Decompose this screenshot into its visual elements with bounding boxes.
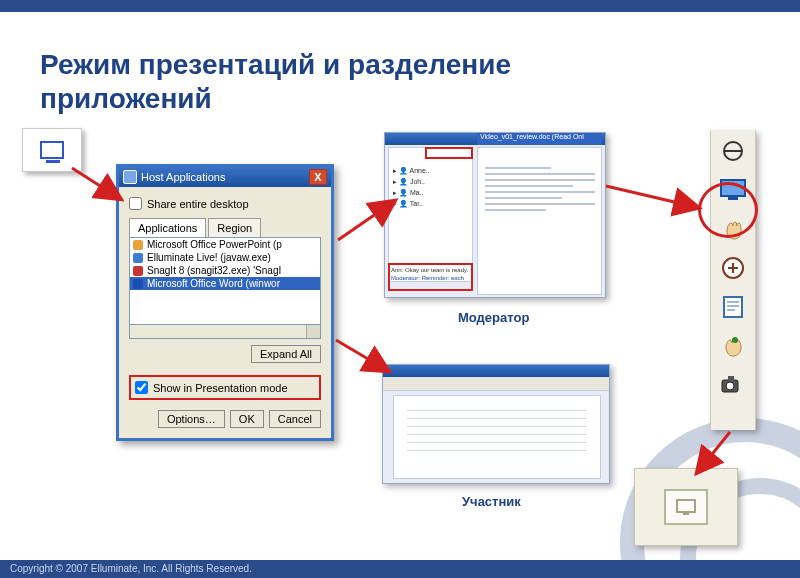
tool-share-screen-icon[interactable] xyxy=(717,175,749,205)
participants-mini-list: ▸ 👤 Anne..▸ 👤 Joh..▸ 👤 Ma..▸ 👤 Tar.. xyxy=(393,165,430,209)
share-app-icon-card xyxy=(22,128,82,172)
presentation-mode-checkbox[interactable] xyxy=(135,381,148,394)
app-icon xyxy=(133,279,143,289)
cancel-button[interactable]: Cancel xyxy=(269,410,321,428)
moderator-screenshot: Video_v01_review.doc (Read Onl ▸ 👤 Anne.… xyxy=(384,132,606,298)
chat-text: Ann: Okay our team is ready. Moderator: … xyxy=(391,266,468,282)
svg-rect-14 xyxy=(683,513,689,515)
tool-circle-icon[interactable] xyxy=(717,136,749,166)
caption-moderator: Модератор xyxy=(458,310,529,325)
page-title: Режим презентаций и разделение приложени… xyxy=(40,48,511,115)
app-label: Microsoft Office PowerPoint (p xyxy=(147,239,282,250)
tab-region[interactable]: Region xyxy=(208,218,261,237)
svg-rect-5 xyxy=(724,297,742,317)
title-line1: Режим презентаций и разделение xyxy=(40,49,511,80)
tool-hand2-icon[interactable] xyxy=(717,331,749,361)
options-button[interactable]: Options… xyxy=(158,410,225,428)
list-item: Microsoft Office PowerPoint (p xyxy=(130,238,320,251)
footer-text: Copyright © 2007 Elluminate, Inc. All Ri… xyxy=(10,563,252,574)
share-screen-icon xyxy=(40,141,64,159)
svg-point-12 xyxy=(726,382,734,390)
expand-all-button[interactable]: Expand All xyxy=(251,345,321,363)
tool-camera-icon[interactable] xyxy=(717,370,749,400)
caption-participant: Участник xyxy=(462,494,521,509)
list-item: SnagIt 8 (snagit32.exe) 'SnagI xyxy=(130,264,320,277)
tab-bar: Applications Region xyxy=(129,218,321,237)
svg-rect-13 xyxy=(677,500,695,512)
participant-screenshot xyxy=(382,364,610,484)
list-item-selected: Microsoft Office Word (winwor xyxy=(130,277,320,290)
bottom-preview-card xyxy=(634,468,738,546)
app-icon xyxy=(133,253,143,263)
ok-button[interactable]: OK xyxy=(230,410,264,428)
word-document-title: Video_v01_review.doc (Read Onl xyxy=(477,133,602,145)
highlight-participants xyxy=(425,147,473,159)
list-item: Elluminate Live! (javaw.exe) xyxy=(130,251,320,264)
svg-line-18 xyxy=(606,186,700,208)
tool-whiteboard-icon[interactable] xyxy=(717,253,749,283)
share-desktop-checkbox[interactable]: Share entire desktop xyxy=(129,197,321,210)
svg-rect-2 xyxy=(721,180,745,196)
share-desktop-input[interactable] xyxy=(129,197,142,210)
svg-rect-11 xyxy=(728,376,734,381)
side-toolbar xyxy=(710,130,756,430)
share-desktop-label: Share entire desktop xyxy=(147,198,249,210)
close-button[interactable]: X xyxy=(309,169,327,185)
dialog-title: Host Applications xyxy=(141,171,225,183)
svg-point-9 xyxy=(732,337,738,343)
applications-list[interactable]: Microsoft Office PowerPoint (p Elluminat… xyxy=(129,237,321,325)
tool-page-icon[interactable] xyxy=(717,292,749,322)
doc-lines xyxy=(485,167,595,215)
presentation-mode-highlight[interactable]: Show in Presentation mode xyxy=(129,375,321,400)
app-label: SnagIt 8 (snagit32.exe) 'SnagI xyxy=(147,265,281,276)
decor-top-stripe xyxy=(0,0,800,12)
dialog-body: Share entire desktop Applications Region… xyxy=(119,187,331,438)
app-label: Microsoft Office Word (winwor xyxy=(147,278,280,289)
tool-hand-icon[interactable] xyxy=(717,214,749,244)
svg-line-15 xyxy=(72,168,122,200)
doc-table xyxy=(407,403,587,451)
preview-screen-icon xyxy=(664,489,708,525)
app-label: Elluminate Live! (javaw.exe) xyxy=(147,252,271,263)
tab-applications[interactable]: Applications xyxy=(129,218,206,237)
horizontal-scrollbar[interactable] xyxy=(129,325,321,339)
footer-bar: Copyright © 2007 Elluminate, Inc. All Ri… xyxy=(0,560,800,578)
host-applications-dialog: Host Applications X Share entire desktop… xyxy=(116,164,334,441)
dialog-app-icon xyxy=(123,170,137,184)
svg-rect-3 xyxy=(728,197,738,200)
app-icon xyxy=(133,266,143,276)
dialog-titlebar: Host Applications X xyxy=(119,167,331,187)
slide: { "title_line1": "Режим презентаций и ра… xyxy=(0,0,800,578)
presentation-mode-label: Show in Presentation mode xyxy=(153,382,288,394)
title-line2: приложений xyxy=(40,83,212,114)
app-icon xyxy=(133,240,143,250)
